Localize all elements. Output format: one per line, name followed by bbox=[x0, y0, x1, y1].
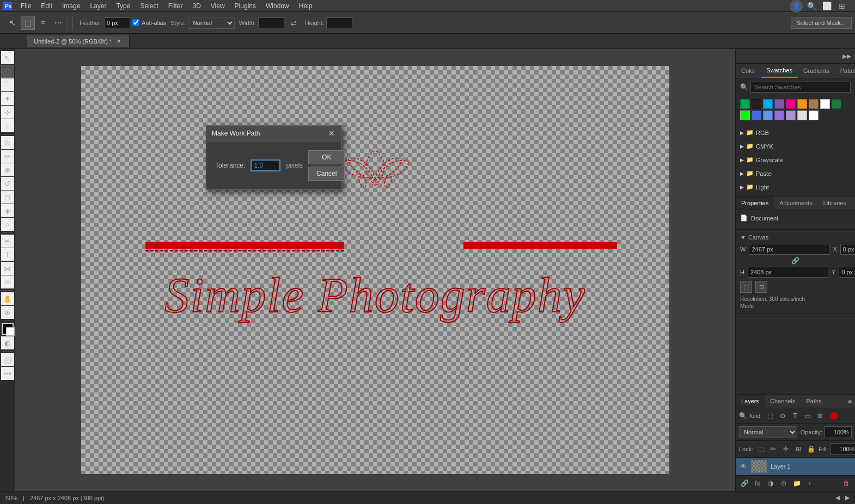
history-tool[interactable]: ↺ bbox=[1, 177, 14, 190]
swatch-blue[interactable] bbox=[752, 110, 761, 120]
layers-panel-menu[interactable]: ≡ bbox=[845, 398, 855, 404]
height-input[interactable] bbox=[326, 17, 352, 28]
maximize-icon[interactable]: ⬜ bbox=[820, 0, 833, 13]
opacity-input[interactable] bbox=[825, 426, 852, 438]
magic-wand-btn[interactable]: ⋯ bbox=[51, 16, 65, 30]
tab-gradients[interactable]: Gradients bbox=[798, 64, 835, 77]
pen-tool[interactable]: ✒ bbox=[1, 235, 14, 248]
search-icon[interactable]: 🔍 bbox=[805, 0, 818, 13]
shape-tool[interactable]: ▭ bbox=[1, 275, 14, 288]
lock-paint-btn[interactable]: ✏ bbox=[768, 444, 779, 454]
menu-edit[interactable]: Edit bbox=[36, 1, 57, 11]
path-selection-tool[interactable]: ⋈ bbox=[1, 262, 14, 275]
lock-all-btn[interactable]: 🔒 bbox=[805, 444, 816, 454]
canvas-btn1[interactable]: ⬚ bbox=[740, 281, 752, 293]
delete-layer-btn[interactable]: 🗑 bbox=[841, 478, 852, 489]
dodge-tool[interactable]: ○ bbox=[1, 218, 14, 231]
tab-color[interactable]: Color bbox=[736, 64, 761, 77]
add-style-btn[interactable]: fx bbox=[752, 478, 763, 489]
user-icon[interactable]: 👤 bbox=[790, 0, 803, 13]
swatch-dark-green[interactable] bbox=[832, 99, 841, 109]
hand-tool[interactable]: ✋ bbox=[1, 292, 14, 305]
swatch-black[interactable] bbox=[752, 99, 761, 109]
add-mask-btn[interactable]: ◑ bbox=[765, 478, 776, 489]
swatch-group-pastel-header[interactable]: ▶ 📁 Pastel bbox=[736, 168, 855, 179]
props-panel-menu[interactable]: ≡ bbox=[852, 196, 855, 210]
status-next-btn[interactable]: ▶ bbox=[845, 494, 850, 501]
menu-view[interactable]: View bbox=[206, 1, 229, 11]
spot-healing-tool[interactable]: ⊙ bbox=[1, 136, 14, 149]
swatch-group-grayscale-header[interactable]: ▶ 📁 Grayscale bbox=[736, 154, 855, 165]
swatch-green[interactable] bbox=[740, 99, 750, 109]
swatch-near-white[interactable] bbox=[797, 110, 807, 120]
lasso-tool[interactable]: ⌒ bbox=[1, 78, 14, 91]
screen-mode-btn[interactable]: ⬜ bbox=[1, 353, 14, 366]
swatch-magenta[interactable] bbox=[786, 99, 796, 109]
dialog-cancel-btn[interactable]: Cancel bbox=[308, 167, 345, 181]
doc-tab-active[interactable]: Untitled-2 @ 50% (RGB/8#) * ✕ bbox=[27, 35, 130, 47]
anti-alias-checkbox[interactable] bbox=[132, 19, 139, 26]
zoom-tool[interactable]: ⊕ bbox=[1, 306, 14, 319]
menu-window[interactable]: Window bbox=[261, 1, 294, 11]
layers-tab-layers[interactable]: Layers bbox=[736, 395, 765, 408]
swatch-group-light-header[interactable]: ▶ 📁 Light bbox=[736, 181, 855, 193]
move-tool[interactable]: ↖ bbox=[1, 51, 14, 64]
link-icon[interactable]: 🔗 bbox=[791, 257, 799, 265]
tab-close-btn[interactable]: ✕ bbox=[115, 38, 123, 45]
swatches-search-input[interactable] bbox=[750, 82, 851, 93]
canvas-w-input[interactable] bbox=[749, 244, 829, 255]
swatch-purple[interactable] bbox=[774, 99, 784, 109]
eraser-tool[interactable]: ◻ bbox=[1, 190, 14, 204]
swatch-lavender[interactable] bbox=[774, 110, 784, 120]
menu-help[interactable]: Help bbox=[295, 1, 317, 11]
menu-select[interactable]: Select bbox=[136, 1, 162, 11]
new-layer-btn[interactable]: + bbox=[804, 478, 815, 489]
new-adjustment-btn[interactable]: ⊙ bbox=[778, 478, 789, 489]
layer-filter-adjust[interactable]: ⊙ bbox=[777, 410, 788, 421]
layer-item-1[interactable]: 👁 Layer 1 bbox=[736, 458, 855, 475]
swatch-light-purple[interactable] bbox=[786, 110, 796, 120]
eyedropper-tool[interactable]: ⌕ bbox=[1, 119, 14, 132]
panel-expand-btn[interactable]: ▶▶ bbox=[842, 51, 852, 61]
gradient-tool[interactable]: ◈ bbox=[1, 204, 14, 217]
fill-input[interactable] bbox=[830, 443, 855, 455]
lock-transparent-btn[interactable]: ⬚ bbox=[755, 444, 766, 454]
new-group-btn[interactable]: 📁 bbox=[791, 478, 802, 489]
props-tab-adjustments[interactable]: Adjustments bbox=[774, 196, 818, 210]
canvas-y-input[interactable] bbox=[839, 267, 855, 278]
link-layers-btn[interactable]: 🔗 bbox=[739, 478, 750, 489]
text-tool[interactable]: T bbox=[1, 248, 14, 261]
lock-artboard-btn[interactable]: ⊞ bbox=[793, 444, 804, 454]
rect-select-btn[interactable]: ⬚ bbox=[21, 16, 35, 30]
dialog-close-btn[interactable]: ✕ bbox=[327, 129, 336, 138]
extras-btn[interactable]: ••• bbox=[1, 367, 14, 380]
menu-type[interactable]: Type bbox=[112, 1, 135, 11]
status-prev-btn[interactable]: ◀ bbox=[835, 494, 840, 501]
layers-tab-paths[interactable]: Paths bbox=[801, 395, 827, 408]
menu-3d[interactable]: 3D bbox=[188, 1, 205, 11]
style-select[interactable]: Normal Fixed Ratio Fixed Size bbox=[188, 17, 235, 29]
feather-input[interactable] bbox=[104, 17, 130, 28]
swatch-pure-white[interactable] bbox=[809, 110, 819, 120]
menu-image[interactable]: Image bbox=[58, 1, 84, 11]
swatch-group-cmyk-header[interactable]: ▶ 📁 CMYK bbox=[736, 140, 855, 152]
swatch-group-rgb-header[interactable]: ▶ 📁 RGB bbox=[736, 127, 855, 138]
lasso-btn[interactable]: ⌗ bbox=[36, 16, 50, 30]
tolerance-input[interactable] bbox=[251, 159, 280, 171]
stamp-tool[interactable]: ⊕ bbox=[1, 163, 14, 176]
canvas-h-input[interactable] bbox=[748, 267, 828, 278]
quick-select-tool[interactable]: ✦ bbox=[1, 92, 14, 105]
swatch-orange[interactable] bbox=[797, 99, 807, 109]
crop-tool[interactable]: ⊹ bbox=[1, 106, 14, 119]
swatch-white[interactable] bbox=[820, 99, 830, 109]
arrange-icon[interactable]: ⊞ bbox=[835, 0, 848, 13]
menu-plugins[interactable]: Plugins bbox=[230, 1, 260, 11]
swatch-medium-blue[interactable] bbox=[763, 110, 773, 120]
menu-filter[interactable]: Filter bbox=[164, 1, 187, 11]
move-tool-btn[interactable]: ↖ bbox=[5, 16, 20, 30]
props-tab-properties[interactable]: Properties bbox=[736, 196, 774, 210]
layer-filter-smart[interactable]: ⊕ bbox=[815, 410, 826, 421]
canvas-x-input[interactable] bbox=[840, 244, 855, 255]
swatch-cyan[interactable] bbox=[763, 99, 773, 109]
tab-patterns[interactable]: Patterns bbox=[835, 64, 855, 77]
